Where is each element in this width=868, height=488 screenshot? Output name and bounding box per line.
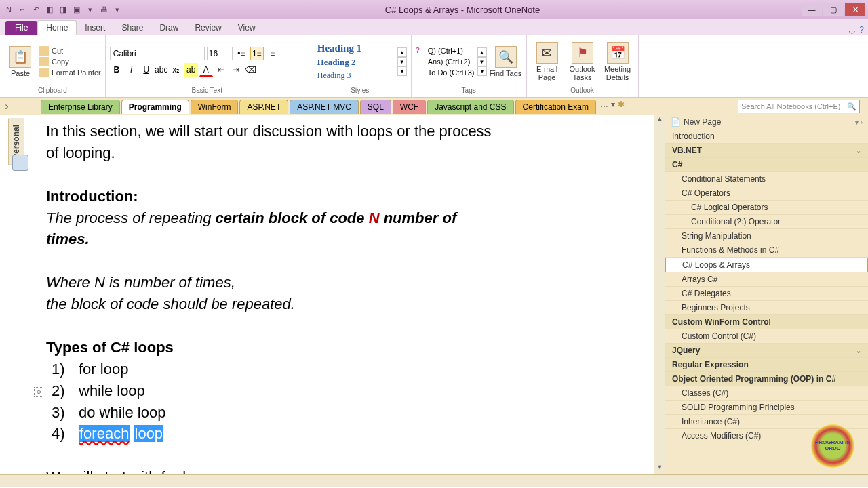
section-tab-aspnetmvc[interactable]: ASP.NET MVC: [290, 100, 359, 114]
note-content[interactable]: In this section, we will start our discu…: [33, 115, 507, 474]
page-item-loops[interactable]: C# Loops & Arrays: [665, 258, 868, 272]
page-group-csharp[interactable]: C#: [665, 158, 868, 172]
font-family-select[interactable]: [110, 47, 205, 60]
review-tab[interactable]: Review: [186, 21, 229, 35]
new-section-icon[interactable]: ✱: [618, 100, 625, 114]
page-group-winform[interactable]: Custom WinForm Control: [665, 315, 868, 329]
page-item-classes[interactable]: Classes (C#): [665, 386, 868, 401]
page-item-solid[interactable]: SOLID Programming Principles: [665, 401, 868, 415]
clear-format-button[interactable]: ⌫: [244, 63, 258, 77]
page-item-logops[interactable]: C# Logical Operators: [665, 201, 868, 215]
section-tab-programming[interactable]: Programming: [121, 100, 189, 114]
strike-button[interactable]: abc: [155, 63, 168, 77]
onenote-icon[interactable]: N: [3, 3, 15, 16]
page-item-condop[interactable]: Conditional (?:) Operator: [665, 215, 868, 229]
file-tab[interactable]: File: [5, 21, 37, 35]
back-icon[interactable]: ←: [16, 3, 28, 16]
font-size-select[interactable]: [207, 47, 233, 60]
basic-text-group: •≡ 1≡ ≡ B I U abc x₂ ab A ⇤ ⇥ ⌫ Basic Te…: [106, 35, 309, 97]
find-tags-button[interactable]: 🔍 Find Tags: [490, 46, 522, 77]
font-color-button[interactable]: A: [199, 63, 213, 77]
email-page-button[interactable]: ✉E-mail Page: [531, 42, 564, 81]
copy-icon: [39, 57, 49, 66]
undo-icon[interactable]: ↶: [30, 3, 42, 16]
fullpage-icon[interactable]: ▣: [71, 3, 83, 16]
section-tab-aspnet[interactable]: ASP.NET: [239, 100, 288, 114]
section-tab-wcf[interactable]: WCF: [393, 100, 426, 114]
minimize-button[interactable]: —: [802, 3, 822, 16]
tag-question[interactable]: ?Q) (Ctrl+1): [416, 46, 475, 56]
view-tab[interactable]: View: [230, 21, 264, 35]
numbering-button[interactable]: 1≡: [250, 47, 264, 60]
close-button[interactable]: ✕: [845, 3, 865, 16]
help-icon[interactable]: ?: [859, 25, 864, 35]
dock-icon[interactable]: ◧: [43, 3, 56, 16]
share-tab[interactable]: Share: [113, 21, 151, 35]
page-item-introduction[interactable]: Introduction: [665, 129, 868, 144]
meeting-details-button[interactable]: 📅Meeting Details: [601, 42, 634, 81]
highlight-button[interactable]: ab: [184, 63, 198, 77]
section-tab-cert[interactable]: Certification Exam: [515, 100, 596, 114]
print-dropdown-icon[interactable]: ▾: [111, 3, 123, 16]
more-sections-button[interactable]: …: [600, 100, 608, 114]
insert-tab[interactable]: Insert: [77, 21, 113, 35]
vertical-scrollbar[interactable]: ▲ ▼: [654, 115, 665, 474]
section-tab-enterprise[interactable]: Enterprise Library: [41, 100, 120, 114]
styles-gallery[interactable]: Heading 1 Heading 2 Heading 3: [313, 42, 395, 81]
ribbon-collapse-icon[interactable]: ◡: [848, 25, 855, 35]
home-tab[interactable]: Home: [37, 20, 77, 35]
paste-button[interactable]: 📋 Paste: [4, 46, 37, 77]
tag-todo[interactable]: To Do (Ctrl+3): [416, 68, 475, 77]
sections-dropdown-icon[interactable]: ▾: [611, 100, 615, 114]
page-group-oop[interactable]: Object Oriented Programming (OOP) in C#: [665, 372, 868, 386]
scroll-up-icon[interactable]: ▲: [654, 115, 665, 126]
page-item-cond[interactable]: Conditional Statements: [665, 172, 868, 186]
page-item-customctrl[interactable]: Custom Control (C#): [665, 329, 868, 344]
search-input[interactable]: Search All Notebooks (Ctrl+E) 🔍: [738, 100, 860, 113]
draw-tab[interactable]: Draw: [151, 21, 186, 35]
gallery-up-icon[interactable]: ▲: [397, 47, 407, 57]
tags-up-icon[interactable]: ▲: [477, 47, 487, 57]
section-tab-jscss[interactable]: Javascript and CSS: [427, 100, 513, 114]
outlook-tasks-button[interactable]: ⚑Outlook Tasks: [566, 42, 599, 81]
page-item-arrays[interactable]: Arrays C#: [665, 272, 868, 287]
section-tab-sql[interactable]: SQL: [360, 100, 391, 114]
tags-group: ?Q) (Ctrl+1) Ans) (Ctrl+2) To Do (Ctrl+3…: [412, 35, 527, 97]
page-canvas[interactable]: In this section, we will start our discu…: [0, 115, 665, 474]
page-group-vbnet[interactable]: VB.NET⌄: [665, 144, 868, 158]
italic-button[interactable]: I: [125, 63, 138, 77]
subscript-button[interactable]: x₂: [170, 63, 183, 77]
page-group-regex[interactable]: Regular Expression: [665, 358, 868, 372]
page-item-funcs[interactable]: Functions & Methods in C#: [665, 243, 868, 258]
indent-decrease-button[interactable]: ⇤: [214, 63, 228, 77]
align-button[interactable]: ≡: [266, 47, 279, 60]
new-page-button[interactable]: 📄New Page▾ ›: [665, 115, 868, 129]
copy-button[interactable]: Copy: [39, 57, 101, 66]
paragraph-handle-icon[interactable]: ✥: [34, 387, 43, 396]
expand-nav-icon[interactable]: ›: [0, 100, 14, 113]
tags-more-icon[interactable]: ▾: [477, 66, 487, 76]
section-tab-winform[interactable]: WinForm: [191, 100, 239, 114]
tags-down-icon[interactable]: ▼: [477, 57, 487, 66]
qat-dropdown-icon[interactable]: ▾: [84, 3, 96, 16]
page-group-jquery[interactable]: JQuery⌄: [665, 344, 868, 358]
page-item-ops[interactable]: C# Operators: [665, 186, 868, 201]
tag-answer[interactable]: Ans) (Ctrl+2): [416, 57, 475, 66]
print-icon[interactable]: 🖶: [98, 3, 110, 16]
page-item-strman[interactable]: String Manipulation: [665, 229, 868, 243]
bold-button[interactable]: B: [110, 63, 123, 77]
cut-button[interactable]: Cut: [39, 46, 101, 56]
page-item-beginners[interactable]: Beginners Projects: [665, 301, 868, 315]
pages-panel: 📄New Page▾ › Introduction VB.NET⌄ C# Con…: [665, 115, 868, 474]
gallery-more-icon[interactable]: ▾: [397, 66, 407, 76]
scroll-down-icon[interactable]: ▼: [654, 464, 665, 474]
underline-button[interactable]: U: [140, 63, 153, 77]
dock2-icon[interactable]: ◨: [57, 3, 69, 16]
indent-increase-button[interactable]: ⇥: [229, 63, 243, 77]
gallery-down-icon[interactable]: ▼: [397, 57, 407, 66]
page-item-delegates[interactable]: C# Delegates: [665, 287, 868, 301]
format-painter-button[interactable]: Format Painter: [39, 68, 101, 77]
maximize-button[interactable]: ▢: [823, 3, 844, 16]
quick-access-toolbar: N ← ↶ ◧ ◨ ▣ ▾ 🖶 ▾: [3, 3, 123, 16]
bullets-button[interactable]: •≡: [235, 47, 248, 60]
